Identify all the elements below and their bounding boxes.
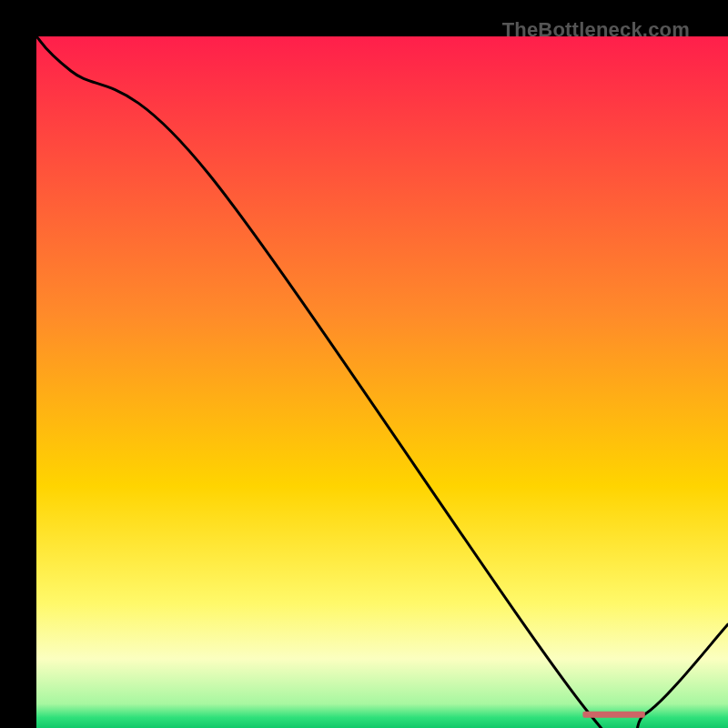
chart-frame: TheBottleneck.com	[0, 0, 728, 728]
optimal-range-marker	[582, 712, 644, 718]
gradient-background	[36, 36, 728, 728]
watermark-text: TheBottleneck.com	[502, 18, 690, 42]
chart-plot	[36, 36, 728, 728]
